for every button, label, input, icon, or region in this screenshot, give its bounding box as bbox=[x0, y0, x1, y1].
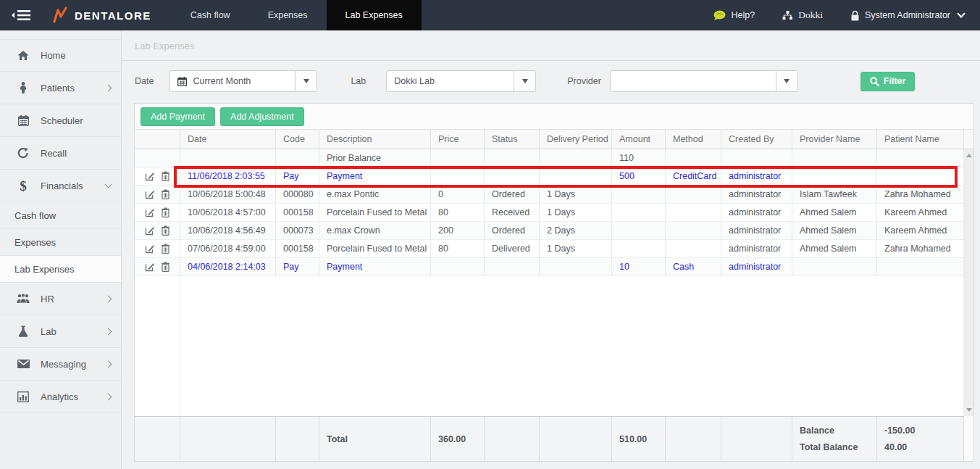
filter-button-label: Filter bbox=[884, 76, 906, 86]
clinic-label: Dokki bbox=[798, 9, 823, 21]
delete-row-button[interactable] bbox=[162, 207, 169, 217]
dropdown-arrow-icon bbox=[522, 79, 528, 83]
chevron-down-icon bbox=[957, 9, 965, 17]
date-filter-dropdown-button[interactable] bbox=[295, 71, 317, 91]
lock-icon bbox=[850, 10, 860, 21]
header-date: Date bbox=[180, 130, 276, 149]
provider-filter-select[interactable] bbox=[610, 70, 798, 92]
delete-row-button[interactable] bbox=[162, 189, 169, 199]
cell-status: Ordered bbox=[485, 222, 540, 240]
row-actions bbox=[135, 167, 180, 186]
sidebar-item-lab[interactable]: Lab bbox=[0, 315, 121, 348]
footer-code bbox=[276, 417, 319, 461]
header-price: Price bbox=[431, 130, 485, 149]
table-body-rows: Prior Balance11011/06/2018 2:03:55PayPay… bbox=[135, 149, 964, 276]
sidebar-item-label: Financials bbox=[41, 180, 83, 191]
date-filter-select[interactable]: Current Month bbox=[169, 70, 317, 92]
table-empty-area bbox=[135, 276, 964, 416]
sidebar-item-lab-expenses[interactable]: Lab Expenses bbox=[0, 256, 121, 283]
delete-row-button[interactable] bbox=[162, 171, 169, 181]
cell-patient: Zahra Mohamed bbox=[877, 186, 964, 204]
header-scrollbar-stub bbox=[964, 130, 973, 149]
cell-date: 10/06/2018 4:57:00 bbox=[180, 204, 276, 222]
sidebar-item-expenses[interactable]: Expenses bbox=[0, 229, 121, 256]
delete-row-button[interactable] bbox=[162, 244, 169, 254]
chat-bubble-icon bbox=[713, 10, 726, 21]
edit-icon bbox=[145, 262, 155, 272]
sidebar-item-hr[interactable]: HR bbox=[0, 283, 121, 315]
total-balance-label: Total Balance bbox=[800, 442, 858, 452]
clinic-menu[interactable]: Dokki bbox=[782, 9, 823, 21]
table-row: 10/06/2018 5:00:48000080e.max Pontic0Ord… bbox=[135, 186, 964, 204]
user-menu[interactable]: System Administrator bbox=[850, 10, 964, 21]
dropdown-arrow-icon bbox=[784, 79, 790, 83]
cell-created_by: administrator bbox=[721, 240, 792, 258]
tab-expenses[interactable]: Expenses bbox=[249, 0, 327, 30]
add-adjustment-button[interactable]: Add Adjustment bbox=[220, 107, 304, 126]
row-actions bbox=[135, 186, 180, 204]
cell-patient: Kareem Ahmed bbox=[877, 222, 964, 240]
cell-status: Delivered bbox=[485, 240, 540, 258]
edit-row-button[interactable] bbox=[145, 225, 155, 236]
help-menu[interactable]: Help? bbox=[713, 10, 755, 21]
add-payment-button[interactable]: Add Payment bbox=[141, 107, 215, 126]
chevron-right-icon bbox=[105, 295, 112, 302]
brand[interactable]: DENTALORE bbox=[42, 0, 172, 30]
sidebar-toggle-button[interactable] bbox=[0, 0, 42, 30]
delete-row-button[interactable] bbox=[162, 262, 169, 272]
header-amount: Amount bbox=[612, 130, 666, 149]
lab-filter-dropdown-button[interactable] bbox=[514, 71, 535, 91]
vertical-scrollbar[interactable] bbox=[964, 149, 973, 416]
scroll-up-icon[interactable] bbox=[966, 154, 972, 157]
total-balance-value: 40.00 bbox=[884, 442, 907, 452]
edit-row-button[interactable] bbox=[145, 171, 155, 181]
cell-description: Prior Balance bbox=[319, 149, 431, 167]
edit-row-button[interactable] bbox=[145, 262, 155, 272]
cell-created_by: administrator bbox=[721, 186, 792, 204]
cell-description: Payment bbox=[319, 258, 431, 276]
cell-patient bbox=[877, 149, 964, 167]
table-row: 10/06/2018 4:56:49000073e.max Crown200Or… bbox=[135, 222, 964, 240]
patients-icon bbox=[14, 82, 32, 94]
tab-cash-flow[interactable]: Cash flow bbox=[172, 0, 249, 30]
sidebar-item-label: Recall bbox=[41, 148, 67, 159]
scroll-down-icon[interactable] bbox=[966, 408, 972, 412]
chevron-right-icon bbox=[105, 393, 112, 400]
chevron-right-icon bbox=[105, 84, 112, 91]
lab-expenses-panel: Add Payment Add Adjustment Date Code Des… bbox=[134, 103, 974, 462]
sidebar-item-home[interactable]: Home bbox=[0, 39, 121, 72]
sidebar-item-cash-flow[interactable]: Cash flow bbox=[0, 202, 121, 229]
cell-date bbox=[180, 149, 276, 167]
cell-status: Received bbox=[485, 204, 540, 222]
footer-created-by bbox=[721, 417, 792, 461]
row-actions bbox=[135, 258, 180, 276]
edit-row-button[interactable] bbox=[145, 207, 155, 217]
cell-created_by: administrator bbox=[721, 222, 792, 240]
provider-filter-dropdown-button[interactable] bbox=[776, 71, 797, 91]
cell-description: Porcelain Fused to Metal ... bbox=[319, 204, 431, 222]
sidebar-item-recall[interactable]: Recall bbox=[0, 137, 121, 170]
filter-button[interactable]: Filter bbox=[860, 72, 916, 91]
lab-filter-select[interactable]: Dokki Lab bbox=[386, 70, 536, 92]
cell-status bbox=[485, 149, 540, 167]
header-created-by: Created By bbox=[721, 130, 792, 149]
edit-row-button[interactable] bbox=[145, 189, 155, 199]
sidebar-item-patients[interactable]: Patients bbox=[0, 72, 121, 104]
sidebar-item-messaging[interactable]: Messaging bbox=[0, 348, 121, 381]
cell-date: 11/06/2018 2:03:55 bbox=[180, 167, 276, 186]
date-filter-label: Date bbox=[135, 76, 154, 86]
row-actions bbox=[135, 204, 180, 222]
footer-method bbox=[666, 417, 721, 461]
tab-lab-expenses[interactable]: Lab Expenses bbox=[327, 0, 422, 30]
cell-code: Pay bbox=[276, 258, 319, 276]
cell-amount bbox=[612, 240, 666, 258]
edit-row-button[interactable] bbox=[145, 244, 155, 254]
sidebar-item-scheduler[interactable]: Scheduler bbox=[0, 104, 121, 137]
cell-description: e.max Crown bbox=[319, 222, 431, 240]
trash-icon bbox=[162, 189, 169, 199]
header-description: Description bbox=[319, 130, 431, 149]
delete-row-button[interactable] bbox=[162, 225, 169, 236]
sidebar-item-financials[interactable]: $ Financials bbox=[0, 170, 121, 202]
cell-amount: 110 bbox=[612, 149, 666, 167]
sidebar-item-analytics[interactable]: Analytics bbox=[0, 381, 121, 413]
